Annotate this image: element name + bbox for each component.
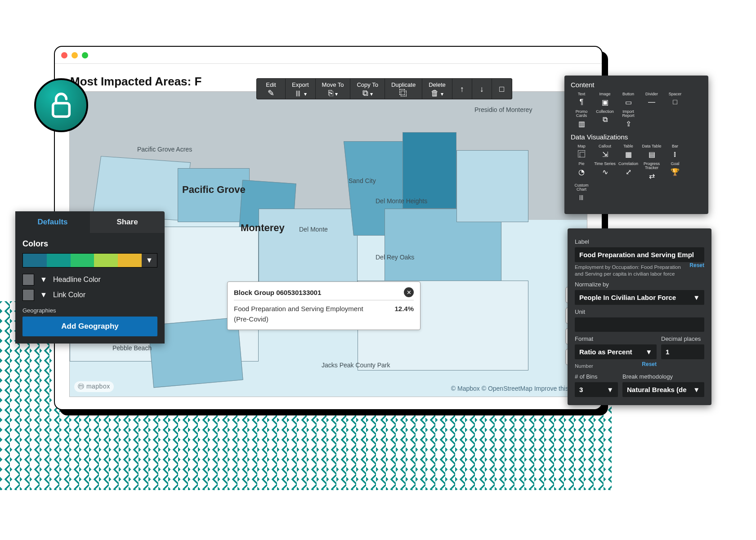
- duplicate-icon: ⿻: [399, 89, 407, 97]
- tooltip-close-icon[interactable]: ✕: [404, 287, 414, 297]
- export-icon: ⫼: [294, 89, 307, 97]
- headline-color-row[interactable]: ▼ Headline Color: [22, 274, 157, 286]
- viz-item-progress-tracker[interactable]: Progress Tracker⇄: [641, 162, 662, 181]
- swatch-3[interactable]: [94, 254, 118, 267]
- map-icon: ⿸: [575, 149, 588, 159]
- duplicate-button[interactable]: Duplicate⿻: [385, 79, 422, 99]
- viz-item-data-table[interactable]: Data Table▤: [641, 144, 662, 159]
- chevron-down-icon[interactable]: ▼: [39, 275, 49, 285]
- maximize-button[interactable]: □: [492, 79, 512, 99]
- content-item-spacer[interactable]: Spacer□: [664, 92, 686, 107]
- bins-select[interactable]: 3▼: [575, 382, 618, 397]
- move-to-button[interactable]: Move To⎘: [316, 79, 351, 99]
- callout-icon: ⇲: [599, 149, 611, 159]
- break-method-select[interactable]: Natural Breaks (de▼: [622, 382, 704, 397]
- unit-input[interactable]: [575, 317, 704, 332]
- swatch-4[interactable]: [118, 254, 142, 267]
- svg-rect-0: [53, 103, 70, 116]
- tab-share[interactable]: Share: [90, 211, 165, 233]
- bar-icon: ⫿: [669, 149, 681, 159]
- colors-heading: Colors: [22, 239, 157, 249]
- colors-panel: Defaults Share Colors ▼ ▼ Headline Color…: [15, 211, 165, 344]
- import-report-icon: ⇪: [622, 119, 635, 129]
- content-item-promo-cards[interactable]: Promo Cards▥: [571, 110, 592, 129]
- link-color-swatch[interactable]: [22, 289, 34, 301]
- window-titlebar: [55, 47, 602, 64]
- headline-color-label: Headline Color: [53, 276, 101, 284]
- window-max-dot[interactable]: [82, 52, 88, 58]
- palette-dropdown-icon[interactable]: ▼: [142, 254, 157, 267]
- content-item-import-report[interactable]: Import Report⇪: [617, 110, 639, 129]
- edit-button[interactable]: Edit✎: [257, 79, 286, 99]
- unit-label: Unit: [575, 308, 704, 315]
- tab-defaults[interactable]: Defaults: [15, 211, 90, 233]
- chevron-down-icon: ▼: [693, 294, 700, 301]
- content-item-image[interactable]: Image▣: [594, 92, 616, 107]
- viz-item-time-series[interactable]: Time Series∿: [594, 162, 616, 181]
- normalize-select[interactable]: People In Civilian Labor Force▼: [575, 290, 704, 305]
- square-icon: □: [499, 85, 504, 93]
- map-label-presidio: Presidio of Monterey: [474, 106, 532, 113]
- copy-icon: ⧉: [362, 89, 373, 97]
- link-color-label: Link Color: [53, 291, 85, 299]
- geographies-label: Geographies: [22, 307, 157, 314]
- delete-button[interactable]: Delete🗑: [422, 79, 452, 99]
- trash-icon: 🗑: [431, 89, 443, 97]
- text-icon: ¶: [575, 97, 588, 107]
- viz-item-callout[interactable]: Callout⇲: [594, 144, 616, 159]
- normalize-label: Normalize by: [575, 281, 704, 288]
- viz-item-bar[interactable]: Bar⫿: [664, 144, 686, 159]
- break-method-label: Break methodology: [622, 373, 704, 380]
- goal-icon: 🏆: [669, 167, 681, 177]
- label-reset-link[interactable]: Reset: [689, 262, 704, 268]
- export-button[interactable]: Export⫼: [286, 79, 316, 99]
- divider-icon: —: [645, 97, 658, 107]
- content-item-text[interactable]: Text¶: [571, 92, 592, 107]
- viz-item-custom-chart[interactable]: Custom Chart⫼: [571, 183, 592, 202]
- viz-item-goal[interactable]: Goal🏆: [664, 162, 686, 181]
- viz-item-table[interactable]: Table▦: [617, 144, 639, 159]
- pencil-icon: ✎: [268, 89, 274, 97]
- swatch-0[interactable]: [23, 254, 47, 267]
- format-select[interactable]: Ratio as Percent▼: [575, 344, 657, 359]
- unlock-badge: [34, 78, 88, 132]
- format-label: Format: [575, 335, 657, 342]
- content-library-panel: Content Text¶Image▣Button▭Divider—Spacer…: [564, 76, 708, 214]
- swatch-1[interactable]: [47, 254, 71, 267]
- label-field-label: Label: [575, 238, 704, 245]
- format-reset-link[interactable]: Reset: [642, 361, 657, 370]
- color-palette[interactable]: ▼: [22, 253, 157, 268]
- tooltip-metric-label: Food Preparation and Serving Employment …: [234, 304, 369, 324]
- data-table-icon: ▤: [645, 149, 658, 159]
- decimal-input[interactable]: 1: [661, 344, 704, 359]
- copy-to-button[interactable]: Copy To⧉: [350, 79, 385, 99]
- image-icon: ▣: [599, 97, 611, 107]
- link-color-row[interactable]: ▼ Link Color: [22, 289, 157, 301]
- move-up-button[interactable]: ↑: [452, 79, 472, 99]
- map-label-pga: Pacific Grove Acres: [137, 146, 192, 153]
- content-item-divider[interactable]: Divider—: [641, 92, 662, 107]
- content-item-collection[interactable]: Collection⧉: [594, 110, 616, 129]
- move-down-button[interactable]: ↓: [472, 79, 492, 99]
- button-icon: ▭: [622, 97, 635, 107]
- chevron-down-icon[interactable]: ▼: [39, 290, 49, 300]
- headline-color-swatch[interactable]: [22, 274, 34, 286]
- label-input[interactable]: Food Preparation and Serving Empl: [575, 247, 704, 262]
- content-heading: Content: [571, 81, 702, 89]
- viz-heading: Data Visualizations: [571, 133, 702, 141]
- swatch-2[interactable]: [71, 254, 94, 267]
- viz-item-pie[interactable]: Pie◔: [571, 162, 592, 181]
- viz-item-correlation[interactable]: Correlation⤢: [617, 162, 639, 181]
- promo-cards-icon: ▥: [575, 119, 588, 129]
- tooltip-title: Block Group 060530133001: [234, 289, 321, 296]
- chevron-down-icon: ▼: [693, 386, 700, 393]
- add-geography-button[interactable]: Add Geography: [22, 317, 157, 336]
- unlock-icon: [49, 91, 74, 120]
- window-close-dot[interactable]: [61, 52, 67, 58]
- window-min-dot[interactable]: [72, 52, 78, 58]
- viz-item-map[interactable]: Map⿸: [571, 144, 592, 159]
- bins-label: # of Bins: [575, 373, 618, 380]
- move-icon: ⎘: [328, 89, 338, 97]
- map-attribution[interactable]: © Mapbox © OpenStreetMap Improve this ma…: [451, 385, 582, 392]
- content-item-button[interactable]: Button▭: [617, 92, 639, 107]
